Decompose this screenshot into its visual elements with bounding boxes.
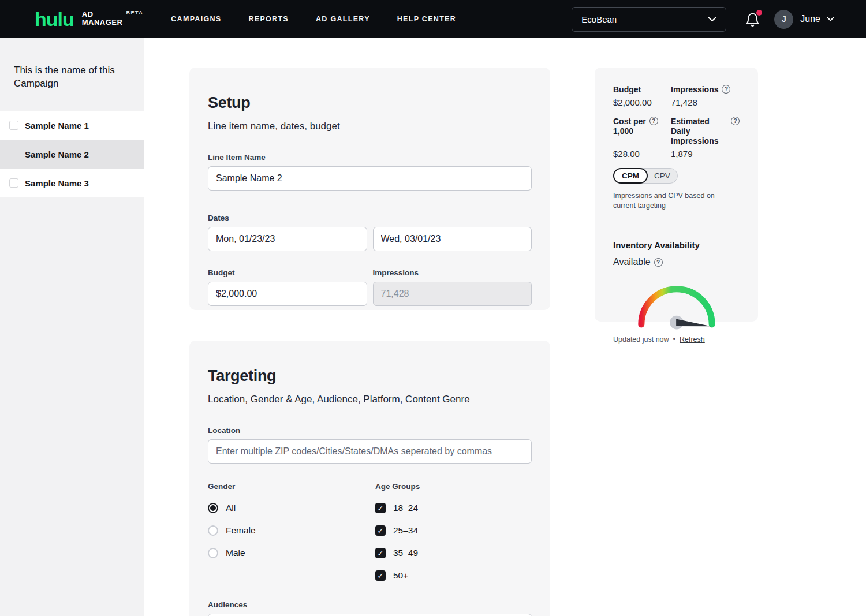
checkbox-unchecked-icon[interactable] <box>9 178 18 188</box>
location-input[interactable] <box>208 439 532 464</box>
hulu-logo: hulu <box>35 9 74 29</box>
help-icon[interactable] <box>722 85 730 94</box>
radio-unselected-icon[interactable] <box>208 525 218 536</box>
account-selector[interactable]: EcoBean <box>572 7 726 32</box>
inventory-availability-title: Inventory Availability <box>613 240 740 250</box>
help-icon[interactable] <box>650 117 658 125</box>
line-item-name-label: Line Item Name <box>208 153 532 162</box>
sidebar-item-sample-3[interactable]: Sample Name 3 <box>0 169 144 197</box>
cost-per-1000-label: Cost per 1,000 <box>613 117 671 146</box>
gender-option-female[interactable]: Female <box>208 525 375 536</box>
radio-selected-icon[interactable] <box>208 503 218 513</box>
summary-impressions-label: Impressions <box>671 85 740 95</box>
impressions-input <box>373 282 532 306</box>
cpm-cpv-toggle: CPM CPV <box>613 168 678 184</box>
estimated-daily-impressions-label: Estimated Daily Impressions <box>671 117 740 146</box>
checkbox-unchecked-icon[interactable] <box>9 121 18 130</box>
dates-label: Dates <box>208 214 532 222</box>
setup-card: Setup Line item name, dates, budget Line… <box>189 68 550 310</box>
impressions-label: Impressions <box>373 268 532 277</box>
setup-subtitle: Line item name, dates, budget <box>208 121 532 132</box>
radio-unselected-icon[interactable] <box>208 548 218 558</box>
checkbox-checked-icon[interactable] <box>375 525 386 536</box>
checkbox-checked-icon[interactable] <box>375 570 386 581</box>
summary-impressions-value: 71,428 <box>671 98 740 107</box>
start-date-input[interactable] <box>208 227 367 251</box>
targeting-note: Impressions and CPV based on current tar… <box>613 191 731 211</box>
toggle-cpv[interactable]: CPV <box>647 169 677 182</box>
gender-option-all[interactable]: All <box>208 503 375 513</box>
user-name: June <box>800 14 820 24</box>
nav-help-center[interactable]: HELP CENTER <box>397 15 456 23</box>
checkbox-checked-icon[interactable] <box>375 503 386 513</box>
header-right: EcoBean J June <box>572 7 834 32</box>
nav-campaigns[interactable]: CAMPAIGNS <box>171 15 221 23</box>
divider <box>613 225 740 225</box>
beta-badge: BETA <box>126 10 143 16</box>
budget-input[interactable] <box>208 282 367 306</box>
user-menu[interactable]: J June <box>774 10 834 29</box>
audiences-label: Audiences <box>208 600 532 609</box>
targeting-card: Targeting Location, Gender & Age, Audien… <box>189 341 550 616</box>
help-icon[interactable] <box>731 117 740 125</box>
chevron-down-icon <box>708 17 716 22</box>
summary-budget-value: $2,000.00 <box>613 98 671 107</box>
product-name: AD MANAGER <box>82 10 123 27</box>
line-items-sidebar: This is the name of this Campaign Sample… <box>0 38 144 616</box>
age-option-18-24[interactable]: 18–24 <box>375 503 420 513</box>
nav-ad-gallery[interactable]: AD GALLERY <box>316 15 370 23</box>
updated-text: Updated just now <box>613 335 669 344</box>
summary-budget-label: Budget <box>613 85 671 95</box>
refresh-link[interactable]: Refresh <box>680 335 705 344</box>
avatar: J <box>774 10 793 29</box>
age-groups-group: Age Groups 18–24 25–34 35–49 50+ <box>375 482 420 581</box>
help-icon[interactable] <box>654 258 663 267</box>
nav-reports[interactable]: REPORTS <box>248 15 289 23</box>
sidebar-item-sample-1[interactable]: Sample Name 1 <box>0 111 144 140</box>
checkbox-checked-icon[interactable] <box>375 548 386 558</box>
dot-separator: • <box>673 335 675 344</box>
age-groups-label: Age Groups <box>375 482 420 491</box>
availability-gauge <box>613 275 740 331</box>
audiences-select[interactable]: Select <box>208 614 532 616</box>
line-item-name-input[interactable] <box>208 166 532 191</box>
gender-option-male[interactable]: Male <box>208 548 375 558</box>
end-date-input[interactable] <box>373 227 532 251</box>
estimate-summary-panel: Budget Impressions $2,000.00 71,428 Cost… <box>595 68 758 322</box>
gender-group: Gender All Female Male <box>208 482 375 581</box>
hulu-ad-manager-app: hulu AD MANAGER BETA CAMPAIGNS REPORTS A… <box>0 0 866 616</box>
gauge-updated-row: Updated just now • Refresh <box>613 335 740 344</box>
budget-label: Budget <box>208 268 367 277</box>
age-option-35-49[interactable]: 35–49 <box>375 548 420 558</box>
location-label: Location <box>208 426 532 435</box>
setup-title: Setup <box>208 94 532 112</box>
gauge-icon <box>628 275 726 331</box>
notification-dot <box>756 10 762 16</box>
cost-per-1000-value: $28.00 <box>613 149 671 159</box>
notifications-button[interactable] <box>745 12 760 27</box>
gender-label: Gender <box>208 482 375 491</box>
hulu-ad-manager-logo[interactable]: hulu AD MANAGER BETA <box>35 9 143 29</box>
inventory-status: Available <box>613 257 740 267</box>
age-option-50-plus[interactable]: 50+ <box>375 570 420 581</box>
sidebar-item-sample-2[interactable]: Sample Name 2 <box>0 140 144 169</box>
age-option-25-34[interactable]: 25–34 <box>375 525 420 536</box>
estimated-daily-impressions-value: 1,879 <box>671 149 740 159</box>
account-selector-value: EcoBean <box>581 14 708 24</box>
chevron-down-icon <box>827 17 834 21</box>
top-nav-bar: hulu AD MANAGER BETA CAMPAIGNS REPORTS A… <box>0 0 866 38</box>
targeting-title: Targeting <box>208 367 532 385</box>
toggle-cpm[interactable]: CPM <box>613 168 648 184</box>
campaign-name: This is the name of this Campaign <box>0 38 144 111</box>
main-nav: CAMPAIGNS REPORTS AD GALLERY HELP CENTER <box>171 15 456 23</box>
targeting-subtitle: Location, Gender & Age, Audience, Platfo… <box>208 394 532 405</box>
